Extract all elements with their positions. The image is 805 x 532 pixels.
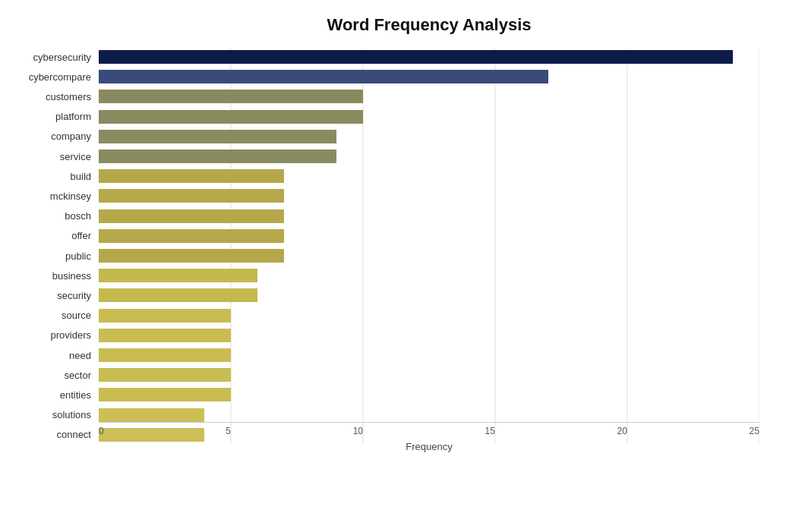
bar (99, 329, 231, 342)
bar (99, 288, 257, 302)
bar-label: solutions (15, 409, 99, 420)
bar-label: cybersecurity (15, 52, 99, 63)
x-tick: 25 (750, 426, 759, 436)
bar-row: public (99, 247, 759, 264)
x-axis-label: Frequency (99, 441, 759, 452)
bar-label: bosch (15, 210, 99, 222)
bar-row: mckinsey (99, 187, 759, 204)
chart-area: cybersecuritycybercomparecustomersplatfo… (99, 49, 759, 474)
bar (99, 209, 284, 223)
bar-row: customers (99, 88, 759, 105)
bar-label: providers (15, 329, 99, 341)
x-tick: 20 (617, 426, 627, 436)
x-ticks: 0510152025 (99, 426, 759, 436)
bar-label: offer (15, 230, 99, 241)
bar-row: providers (99, 327, 759, 344)
bar-label: sector (15, 370, 99, 381)
bar-row: sector (99, 367, 759, 383)
bar-label: company (15, 131, 99, 142)
bar-label: build (15, 171, 99, 182)
x-tick: 10 (353, 426, 363, 436)
bar-label: cybercompare (15, 71, 99, 83)
bar-label: platform (15, 111, 99, 122)
bar-label: source (15, 310, 99, 321)
bar-row: bosch (99, 208, 759, 225)
bar (99, 348, 231, 362)
bar (99, 150, 336, 163)
bar (99, 229, 284, 243)
bar (99, 408, 204, 422)
bar-label: service (15, 151, 99, 162)
x-tick: 15 (485, 426, 495, 436)
bar (99, 388, 231, 401)
bar (99, 50, 733, 64)
chart-title: Word Frequency Analysis (99, 15, 759, 35)
bar (99, 249, 284, 263)
bar-label: security (15, 290, 99, 301)
bar-row: offer (99, 228, 759, 244)
bar (99, 110, 363, 124)
bar (99, 130, 336, 143)
x-axis: 0510152025 Frequency (99, 422, 759, 452)
bar (99, 309, 231, 323)
bar (99, 90, 363, 103)
x-tick: 5 (226, 426, 231, 436)
bar-label: need (15, 350, 99, 361)
bar-row: company (99, 128, 759, 145)
bar-label: entities (15, 389, 99, 401)
bar-row: cybersecurity (99, 49, 759, 65)
bar (99, 70, 548, 83)
bar-label: business (15, 270, 99, 282)
bar-label: connect (15, 429, 99, 440)
bar-row: build (99, 168, 759, 184)
bar-row: source (99, 307, 759, 324)
x-tick: 0 (99, 426, 104, 436)
bar-row: cybercompare (99, 68, 759, 85)
bar (99, 368, 231, 382)
bar (99, 189, 284, 203)
bar (99, 169, 284, 183)
bar-row: security (99, 287, 759, 304)
bar (99, 269, 257, 282)
bar-label: public (15, 250, 99, 262)
bar-row: need (99, 347, 759, 364)
chart-container: Word Frequency Analysis cybersecuritycyb… (0, 0, 805, 532)
bar-row: service (99, 148, 759, 165)
bar-label: mckinsey (15, 190, 99, 202)
bar-label: customers (15, 91, 99, 102)
bars-wrapper: cybersecuritycybercomparecustomersplatfo… (99, 49, 759, 443)
bar-row: solutions (99, 407, 759, 423)
bar-row: entities (99, 386, 759, 403)
bar-row: business (99, 267, 759, 284)
bar-row: platform (99, 109, 759, 125)
